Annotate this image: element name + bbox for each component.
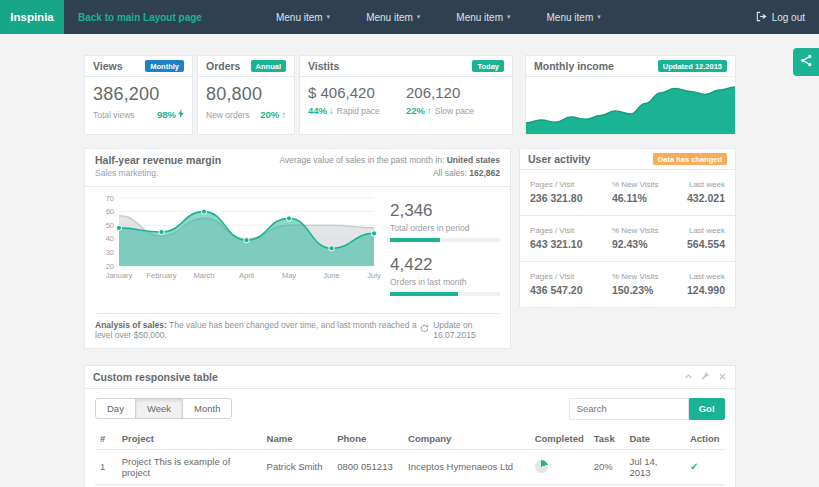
svg-text:50: 50 xyxy=(106,220,114,229)
level-up-icon: ↑ xyxy=(427,105,432,116)
sign-out-icon xyxy=(756,11,767,24)
revenue-summary: Average value of sales in the past month… xyxy=(280,154,501,180)
close-icon[interactable] xyxy=(718,372,727,381)
views-label: Total views xyxy=(93,110,135,120)
monthly-income-card: Monthly income Updated 12.2015 xyxy=(525,55,736,135)
nav-menu-item-2[interactable]: Menu item▾ xyxy=(366,12,420,23)
collapse-icon[interactable] xyxy=(684,372,693,381)
svg-text:May: May xyxy=(282,271,296,280)
chevron-down-icon: ▾ xyxy=(507,13,511,21)
revenue-chart: 203040506070JanuaryFebruaryMarchAprilMay… xyxy=(95,193,378,309)
views-card: Views Monthly 386,200 Total views 98% xyxy=(84,55,193,135)
views-card-title: Views xyxy=(93,60,123,72)
column-header-project: Project xyxy=(117,429,262,450)
visits-col-2: 206,120 22%↑ Slow pace xyxy=(406,84,504,116)
svg-text:January: January xyxy=(106,271,133,280)
visits-delta-2: 22%↑ xyxy=(406,105,432,116)
svg-text:June: June xyxy=(323,271,339,280)
filter-month-button[interactable]: Month xyxy=(182,398,232,419)
up-arrow-icon: ↑ xyxy=(281,109,286,120)
annual-badge: Annual xyxy=(251,60,286,72)
visits-label-1: Rapid pace xyxy=(337,106,380,116)
views-delta: 98% xyxy=(157,109,184,120)
views-value: 386,200 xyxy=(93,84,184,105)
logout-button[interactable]: Log out xyxy=(756,11,805,24)
orders-month-value: 4,422 xyxy=(390,255,500,275)
svg-text:20: 20 xyxy=(106,261,114,270)
svg-text:30: 30 xyxy=(106,247,114,256)
search-input[interactable] xyxy=(569,398,689,420)
top-navbar: Inspinia Back to main Layout page Menu i… xyxy=(0,0,819,34)
check-icon[interactable]: ✓ xyxy=(690,461,698,472)
back-to-layout-link[interactable]: Back to main Layout page xyxy=(78,12,202,23)
monthly-income-chart xyxy=(526,77,735,134)
column-header-name: Name xyxy=(262,429,333,450)
visits-value-2: 206,120 xyxy=(406,84,504,101)
data-changed-badge: Data has changed xyxy=(653,153,727,165)
column-header-company: Company xyxy=(403,429,530,450)
theme-config-button[interactable] xyxy=(793,48,819,76)
visits-card-title: Vistits xyxy=(308,60,339,72)
refresh-icon xyxy=(420,324,429,335)
filter-day-button[interactable]: Day xyxy=(95,398,136,419)
projects-table: # Project Name Phone Company Completed T… xyxy=(95,429,725,487)
user-activity-title: User activity xyxy=(528,153,590,165)
orders-card-title: Orders xyxy=(206,60,240,72)
orders-delta: 20%↑ xyxy=(260,109,286,120)
revenue-title: Half-year revenue margin xyxy=(95,154,221,166)
orders-value: 80,800 xyxy=(206,84,286,105)
revenue-subtitle: Sales marketing. xyxy=(95,168,221,178)
revenue-card: Half-year revenue margin Sales marketing… xyxy=(84,148,511,349)
nav-menu-item-3[interactable]: Menu item▾ xyxy=(456,12,510,23)
nav-menu-item-4[interactable]: Menu item▾ xyxy=(547,12,601,23)
orders-period-label: Total orders in period xyxy=(390,223,500,233)
chevron-down-icon: ▾ xyxy=(417,13,421,21)
range-filter-group: Day Week Month xyxy=(95,398,232,419)
column-header-completed: Completed xyxy=(530,429,589,450)
table-card-title: Custom responsive table xyxy=(93,371,218,383)
activity-row-1: Pages / Visit236 321.80 % New Visits46.1… xyxy=(520,170,735,216)
orders-month-progress xyxy=(390,292,500,296)
column-header-phone: Phone xyxy=(332,429,403,450)
column-header-date: Date xyxy=(624,429,684,450)
orders-label: New orders xyxy=(206,110,249,120)
completion-pie-icon xyxy=(535,460,548,473)
bolt-icon xyxy=(178,109,184,120)
svg-text:March: March xyxy=(194,271,215,280)
wrench-icon[interactable] xyxy=(701,372,710,381)
brand-logo[interactable]: Inspinia xyxy=(0,0,64,34)
chevron-down-icon: ▾ xyxy=(327,13,331,21)
orders-card: Orders Annual 80,800 New orders 20%↑ xyxy=(197,55,295,135)
update-link[interactable]: Update on 16.07.2015 xyxy=(420,320,500,340)
user-activity-card: User activity Data has changed Pages / V… xyxy=(519,148,736,308)
filter-week-button[interactable]: Week xyxy=(135,398,183,419)
svg-text:70: 70 xyxy=(106,193,114,202)
updated-badge: Updated 12.2015 xyxy=(658,60,727,72)
level-down-icon: ↓ xyxy=(329,105,334,116)
column-header-num: # xyxy=(95,429,117,450)
orders-month-label: Orders in last month xyxy=(390,277,500,287)
svg-text:April: April xyxy=(239,271,254,280)
visits-col-1: $ 406,420 44%↓ Rapid pace xyxy=(308,84,406,116)
table-row: 1 Project This is example of project Pat… xyxy=(95,449,725,484)
go-button[interactable]: Go! xyxy=(689,398,725,420)
nav-menu: Menu item▾ Menu item▾ Menu item▾ Menu it… xyxy=(276,12,601,23)
monthly-income-title: Monthly income xyxy=(534,60,614,72)
responsive-table-card: Custom responsive table Day Week Month G… xyxy=(84,365,736,487)
column-header-task: Task xyxy=(589,429,625,450)
today-badge: Today xyxy=(472,60,504,72)
visits-label-2: Slow pace xyxy=(435,106,474,116)
revenue-stats: 2,346 Total orders in period 4,422 Order… xyxy=(378,193,500,309)
activity-row-2: Pages / Visit643 321.10 % New Visits92.4… xyxy=(520,216,735,262)
svg-text:February: February xyxy=(146,271,176,280)
column-header-action: Action xyxy=(685,429,725,450)
visits-card: Vistits Today $ 406,420 44%↓ Rapid pace … xyxy=(299,55,513,135)
share-nodes-icon xyxy=(800,53,813,71)
visits-value-1: $ 406,420 xyxy=(308,84,406,101)
chevron-down-icon: ▾ xyxy=(597,13,601,21)
orders-period-value: 2,346 xyxy=(390,201,500,221)
svg-text:60: 60 xyxy=(106,207,114,216)
visits-delta-1: 44%↓ xyxy=(308,105,334,116)
orders-period-progress xyxy=(390,238,500,242)
nav-menu-item-1[interactable]: Menu item▾ xyxy=(276,12,330,23)
